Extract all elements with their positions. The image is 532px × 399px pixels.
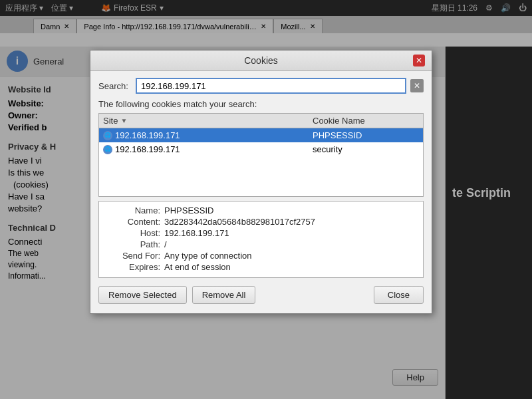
detail-name-value: PHPSESSID	[164, 205, 418, 215]
table-empty-space	[99, 156, 423, 196]
col-cookie-header: Cookie Name	[313, 116, 419, 126]
detail-sendfor-label: Send For:	[104, 251, 164, 261]
action-buttons: Remove Selected Remove All Close	[98, 283, 424, 307]
search-label: Search:	[98, 81, 132, 91]
dialog-title: Cookies	[109, 55, 413, 66]
detail-sendfor-row: Send For: Any type of connection	[104, 251, 418, 261]
site-value-2: 192.168.199.171	[115, 144, 180, 154]
detail-expires-row: Expires: At end of session	[104, 262, 418, 272]
search-input[interactable]	[136, 78, 406, 94]
sort-icon: ▼	[120, 117, 127, 124]
search-row: Search: ✕	[98, 78, 424, 94]
detail-name-row: Name: PHPSESSID	[104, 205, 418, 215]
detail-host-row: Host: 192.168.199.171	[104, 228, 418, 238]
detail-content-label: Content:	[104, 217, 164, 227]
site-icon-2: 🌐	[103, 145, 112, 154]
left-buttons: Remove Selected Remove All	[98, 286, 255, 304]
dialog-titlebar: Cookies ✕	[90, 51, 432, 71]
detail-sendfor-value: Any type of connection	[164, 251, 418, 261]
cookie-table: Site ▼ Cookie Name 🌐 192.168.199.171 PHP…	[98, 113, 424, 197]
detail-name-label: Name:	[104, 205, 164, 215]
cookie-details: Name: PHPSESSID Content: 3d2283442da0568…	[98, 201, 424, 278]
detail-host-label: Host:	[104, 228, 164, 238]
detail-path-row: Path: /	[104, 239, 418, 249]
site-cell-1: 🌐 192.168.199.171	[103, 130, 313, 140]
cookie-cell-1: PHPSESSID	[313, 130, 419, 140]
detail-path-label: Path:	[104, 239, 164, 249]
site-icon-1: 🌐	[103, 131, 112, 140]
result-text: The following cookies match your search:	[98, 99, 424, 109]
cookies-dialog: Cookies ✕ Search: ✕ The following cookie…	[90, 50, 432, 314]
clear-search-button[interactable]: ✕	[410, 79, 424, 92]
cookie-cell-2: security	[313, 144, 419, 154]
detail-host-value: 192.168.199.171	[164, 228, 418, 238]
col-site-header: Site ▼	[103, 116, 313, 126]
dialog-body: Search: ✕ The following cookies match yo…	[90, 71, 432, 313]
remove-selected-button[interactable]: Remove Selected	[98, 286, 187, 304]
close-button[interactable]: Close	[374, 286, 424, 304]
remove-all-button[interactable]: Remove All	[192, 286, 256, 304]
detail-path-value: /	[164, 239, 418, 249]
dialog-close-button[interactable]: ✕	[413, 55, 425, 66]
cookie-row-2[interactable]: 🌐 192.168.199.171 security	[99, 142, 423, 156]
cookie-row-1[interactable]: 🌐 192.168.199.171 PHPSESSID	[99, 128, 423, 142]
detail-expires-value: At end of session	[164, 262, 418, 272]
site-cell-2: 🌐 192.168.199.171	[103, 144, 313, 154]
cookie-table-header: Site ▼ Cookie Name	[99, 114, 423, 128]
detail-content-value: 3d2283442da05684b882981017cf2757	[164, 217, 418, 227]
site-value-1: 192.168.199.171	[115, 130, 180, 140]
detail-content-row: Content: 3d2283442da05684b882981017cf275…	[104, 217, 418, 227]
detail-expires-label: Expires:	[104, 262, 164, 272]
